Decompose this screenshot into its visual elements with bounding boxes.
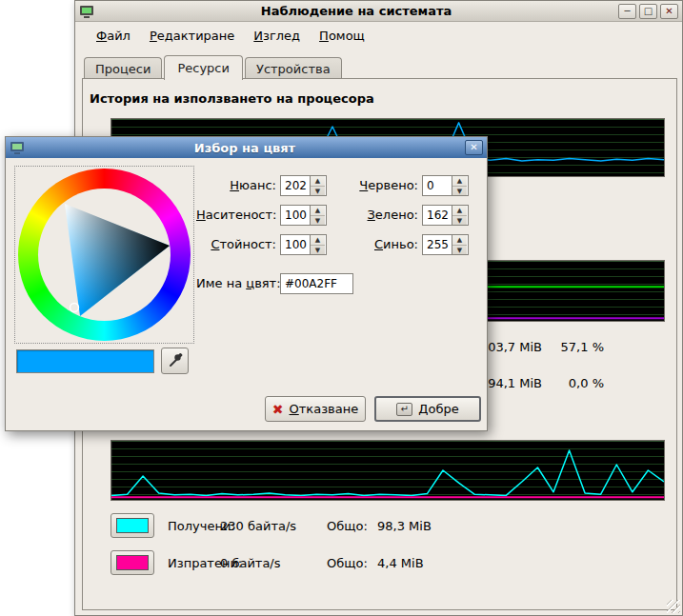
- blue-spin-arrows[interactable]: ▲▼: [452, 235, 467, 254]
- enter-key-icon: ↵: [396, 403, 412, 416]
- ok-button-label: Добре: [418, 402, 458, 416]
- saturation-label: Наситеност:: [196, 208, 276, 222]
- color-picker-dialog: Избор на цвят ✕ Нюанс: ▲▼ Черве: [5, 136, 488, 431]
- menu-help[interactable]: Помощ: [311, 26, 372, 46]
- resize-grip[interactable]: [667, 600, 680, 613]
- tab-processes[interactable]: Процеси: [84, 57, 162, 79]
- received-total-label: Общо:: [327, 519, 368, 533]
- red-input[interactable]: [423, 176, 452, 195]
- tab-devices[interactable]: Устройства: [245, 57, 342, 79]
- saturation-spin-arrows[interactable]: ▲▼: [310, 206, 325, 225]
- main-titlebar[interactable]: Наблюдение на системата ─ □ ✕: [75, 1, 682, 22]
- received-rate: 230 байта/s: [220, 519, 296, 533]
- sent-color-button[interactable]: [110, 550, 154, 575]
- tab-strip: Процеси Ресурси Устройства: [84, 54, 344, 79]
- green-input[interactable]: [423, 206, 452, 225]
- cancel-button[interactable]: ✖ Отказване: [265, 396, 366, 422]
- network-history-chart: [110, 440, 665, 501]
- green-spinner[interactable]: ▲▼: [422, 205, 469, 226]
- ok-button[interactable]: ↵ Добре: [374, 396, 481, 422]
- hue-input[interactable]: [281, 176, 310, 195]
- window-title: Наблюдение на системата: [97, 4, 615, 18]
- hue-spinner[interactable]: ▲▼: [280, 175, 327, 196]
- memory-used-percent: 57,1 %: [547, 340, 604, 354]
- cancel-button-label: Отказване: [290, 402, 359, 416]
- blue-spinner[interactable]: ▲▼: [422, 234, 469, 255]
- sent-color-swatch: [116, 555, 149, 570]
- green-spin-arrows[interactable]: ▲▼: [452, 206, 467, 225]
- color-name-input[interactable]: [280, 273, 353, 294]
- saturation-input[interactable]: [281, 206, 310, 225]
- menu-view[interactable]: Изглед: [246, 26, 308, 46]
- minimize-button[interactable]: ─: [618, 4, 636, 19]
- sent-total: 4,4 MiB: [377, 556, 424, 570]
- hue-label: Нюанс:: [196, 178, 276, 192]
- maximize-button[interactable]: □: [639, 4, 657, 19]
- hsv-triangle[interactable]: [15, 167, 193, 343]
- color-preview: [16, 349, 154, 373]
- sent-rate: 0 байта/s: [220, 556, 281, 570]
- close-button[interactable]: ✕: [660, 4, 678, 19]
- eyedropper-button[interactable]: [161, 348, 189, 374]
- received-color-swatch: [116, 518, 149, 533]
- value-spinner[interactable]: ▲▼: [280, 234, 327, 255]
- dialog-title: Избор на цвят: [28, 141, 462, 155]
- sent-total-label: Общо:: [327, 556, 368, 570]
- tab-resources[interactable]: Ресурси: [164, 55, 243, 80]
- swap-used-percent: 0,0 %: [547, 376, 604, 390]
- red-spinner[interactable]: ▲▼: [422, 175, 469, 196]
- dialog-icon: [10, 140, 25, 155]
- value-spin-arrows[interactable]: ▲▼: [310, 235, 325, 254]
- blue-input[interactable]: [423, 235, 452, 254]
- dialog-close-button[interactable]: ✕: [465, 140, 483, 155]
- blue-label: Синьо:: [339, 237, 418, 251]
- cpu-history-heading: История на използването на процесора: [90, 91, 374, 106]
- dialog-titlebar[interactable]: Избор на цвят ✕: [6, 137, 487, 158]
- menu-edit[interactable]: Редактиране: [142, 26, 242, 46]
- app-icon: [79, 4, 94, 19]
- value-label: Стойност:: [196, 237, 276, 251]
- eyedropper-icon: [168, 352, 183, 370]
- value-input[interactable]: [281, 235, 310, 254]
- hue-spin-arrows[interactable]: ▲▼: [310, 176, 325, 195]
- color-name-label: Име на цвят:: [196, 276, 276, 290]
- menu-file[interactable]: Файл: [89, 26, 138, 46]
- cancel-icon: ✖: [272, 403, 284, 416]
- menubar: Файл Редактиране Изглед Помощ: [77, 24, 680, 47]
- red-label: Червено:: [339, 178, 418, 192]
- saturation-spinner[interactable]: ▲▼: [280, 205, 327, 226]
- green-label: Зелено:: [339, 208, 418, 222]
- color-wheel[interactable]: [14, 166, 194, 344]
- received-color-button[interactable]: [110, 513, 154, 538]
- received-total: 98,3 MiB: [377, 519, 432, 533]
- red-spin-arrows[interactable]: ▲▼: [452, 176, 467, 195]
